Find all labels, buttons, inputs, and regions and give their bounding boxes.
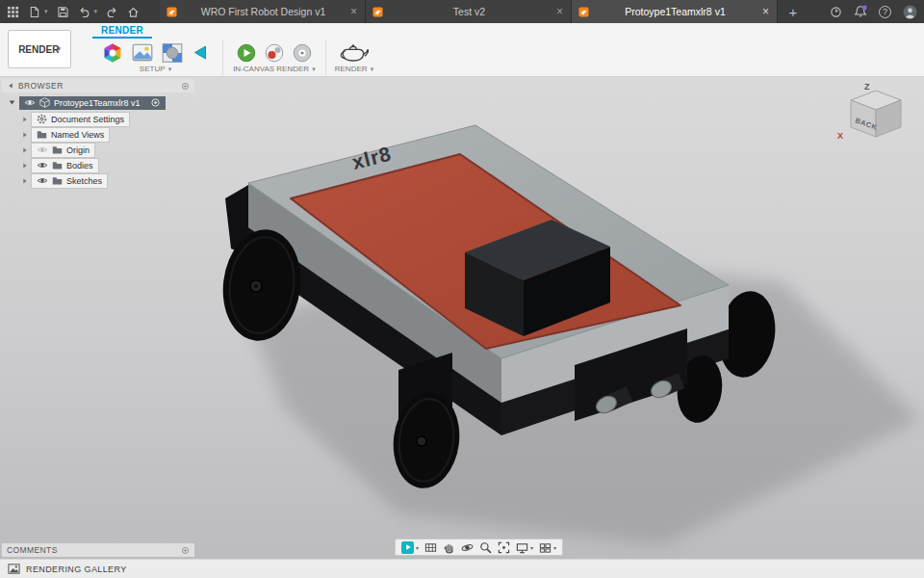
zoom-loupe-icon[interactable] — [479, 541, 492, 554]
texture-map-icon[interactable] — [161, 41, 184, 65]
folder-icon — [37, 129, 47, 140]
row-label: Sketches — [66, 176, 102, 186]
row-label: Named Views — [51, 130, 104, 140]
file-menu-caret[interactable]: ▾ — [44, 8, 48, 15]
redo-icon[interactable] — [106, 6, 118, 18]
environment-icon[interactable] — [131, 41, 154, 65]
render-queue-film-icon[interactable] — [424, 541, 437, 554]
user-avatar[interactable] — [903, 5, 917, 19]
viewport-layout-icon[interactable] — [539, 541, 552, 554]
browser-row-bodies[interactable]: Bodies — [21, 158, 98, 172]
panel-options-icon[interactable] — [181, 82, 190, 91]
tab-close-icon[interactable]: × — [555, 6, 564, 17]
display-settings-caret[interactable]: ▾ — [530, 544, 533, 551]
component-cube-icon — [39, 97, 50, 108]
visibility-eye-off-icon[interactable] — [37, 145, 48, 154]
expand-caret-icon[interactable] — [21, 162, 29, 170]
undo-icon[interactable] — [78, 6, 90, 18]
ribbon-tab-render[interactable]: RENDER — [92, 23, 152, 39]
visibility-eye-icon[interactable] — [37, 161, 48, 170]
setup-group: SETUP ▾ — [89, 39, 222, 76]
render-play-icon — [403, 542, 413, 552]
tab-label: Protoype1Teamxlr8 v1 — [594, 6, 757, 17]
home-icon[interactable] — [127, 6, 140, 18]
new-tab-button[interactable]: + — [783, 0, 804, 23]
job-status-icon[interactable] — [830, 6, 842, 18]
setup-group-caption[interactable]: SETUP ▾ — [89, 65, 222, 73]
comments-title: COMMENTS — [7, 545, 58, 555]
tab-close-icon[interactable]: × — [349, 6, 358, 17]
save-icon[interactable] — [57, 6, 69, 18]
browser-row-document-settings[interactable]: Document Settings — [21, 112, 129, 126]
fusion-doc-icon — [578, 7, 589, 17]
folder-icon — [52, 144, 63, 155]
document-tab-active[interactable]: Protoype1Teamxlr8 v1 × — [572, 0, 778, 23]
decal-icon[interactable] — [191, 43, 210, 63]
notifications-bell-icon[interactable] — [854, 5, 867, 18]
file-menu-icon[interactable] — [28, 6, 40, 18]
render-group-caption[interactable]: RENDER ▾ — [326, 65, 382, 73]
quick-access-toolbar: ▾ ▾ — [7, 0, 140, 23]
app-grid-icon[interactable] — [7, 6, 19, 18]
in-canvas-render-icon[interactable] — [236, 42, 257, 64]
row-label: Bodies — [66, 161, 93, 171]
expand-caret-icon[interactable] — [8, 98, 16, 107]
scene-settings-colorwheel-icon[interactable] — [101, 41, 124, 65]
tab-close-icon[interactable]: × — [761, 6, 770, 17]
viewcube-axis-x: X — [837, 131, 843, 141]
render-toggle-caret[interactable]: ▾ — [416, 544, 419, 551]
browser-root-chip[interactable]: Protoype1Teamxlr8 v1 — [19, 96, 166, 110]
browser-panel-header[interactable]: BROWSER — [2, 79, 194, 92]
panel-options-icon[interactable] — [181, 546, 190, 555]
viewcube[interactable]: Z X BACK — [830, 79, 912, 146]
document-tab[interactable]: Test v2 × — [366, 0, 572, 23]
root-label: Protoype1Teamxlr8 v1 — [54, 98, 141, 108]
in-canvas-render-toggle[interactable] — [401, 541, 414, 554]
render-group: RENDER ▾ — [325, 39, 382, 76]
tab-label: WRO First Robot Design v1 — [182, 6, 345, 17]
document-tabs: WRO First Robot Design v1 × Test v2 × Pr… — [160, 0, 778, 23]
rendering-gallery-icon[interactable] — [8, 563, 20, 575]
orbit-icon[interactable] — [461, 541, 474, 554]
render-teapot-icon[interactable] — [339, 41, 370, 65]
browser-root-row[interactable]: Protoype1Teamxlr8 v1 — [8, 95, 166, 110]
capture-image-icon[interactable] — [264, 42, 285, 64]
workspace-switcher-button[interactable]: RENDER ▾ — [8, 30, 71, 68]
expand-caret-icon[interactable] — [21, 177, 29, 185]
viewport-layout-caret[interactable]: ▾ — [553, 544, 556, 551]
browser-row-sketches[interactable]: Sketches — [21, 173, 107, 188]
viewport: xlr8 — [0, 77, 924, 559]
activate-target-icon[interactable] — [150, 97, 161, 108]
render-settings-icon[interactable] — [292, 42, 313, 64]
navigation-toolbar: ▾ ▾ ▾ — [395, 539, 563, 556]
help-icon[interactable]: ? — [879, 6, 891, 18]
expand-caret-icon[interactable] — [21, 131, 29, 139]
expand-caret-icon[interactable] — [21, 116, 29, 123]
fusion-doc-icon — [167, 7, 177, 17]
folder-icon — [52, 160, 63, 171]
document-tab[interactable]: WRO First Robot Design v1 × — [160, 0, 366, 23]
collapse-panel-icon[interactable] — [7, 82, 14, 90]
fit-view-icon[interactable] — [498, 541, 510, 554]
in-canvas-group-caption[interactable]: IN-CANVAS RENDER ▾ — [223, 65, 325, 73]
browser-row-named-views[interactable]: Named Views — [21, 127, 109, 142]
titlebar: ▾ ▾ WRO First Robot Design v1 × Test v2 … — [0, 0, 924, 23]
visibility-eye-icon[interactable] — [24, 98, 36, 107]
display-settings-icon[interactable] — [516, 541, 528, 554]
comments-panel-header[interactable]: COMMENTS — [2, 543, 194, 557]
browser-title: BROWSER — [18, 81, 64, 91]
pan-hand-icon[interactable] — [443, 541, 455, 554]
status-bar: RENDERING GALLERY — [0, 559, 924, 578]
workspace-caret: ▾ — [57, 45, 61, 53]
ribbon-toolbar: RENDER ▾ RENDER SETUP ▾ IN-CANVAS REND — [0, 23, 924, 77]
folder-icon — [52, 175, 63, 186]
viewport-canvas[interactable]: xlr8 — [0, 77, 924, 559]
fusion-doc-icon — [372, 7, 383, 17]
visibility-eye-icon[interactable] — [37, 176, 48, 185]
expand-caret-icon[interactable] — [21, 146, 29, 154]
gear-icon — [37, 114, 47, 124]
workspace-label: RENDER — [18, 44, 59, 55]
browser-row-origin[interactable]: Origin — [21, 143, 94, 157]
rendering-gallery-label[interactable]: RENDERING GALLERY — [26, 565, 127, 574]
undo-caret[interactable]: ▾ — [94, 8, 98, 15]
